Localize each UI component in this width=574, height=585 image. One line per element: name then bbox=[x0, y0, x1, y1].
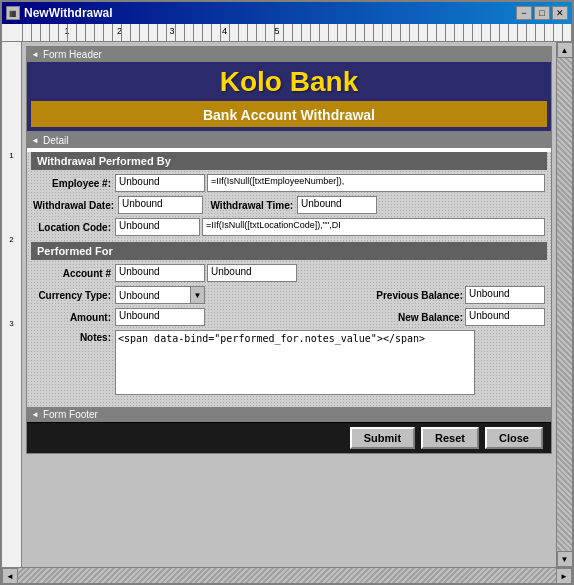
scrollbar-right[interactable]: ▲ ▼ bbox=[556, 42, 572, 567]
amount-input[interactable]: Unbound bbox=[115, 308, 205, 326]
maximize-button[interactable]: □ bbox=[534, 6, 550, 20]
form-header-label: Form Header bbox=[43, 49, 102, 60]
scroll-up-arrow[interactable]: ▲ bbox=[557, 42, 573, 58]
prev-balance-label: Previous Balance: bbox=[376, 290, 463, 301]
form-footer-label: Form Footer bbox=[43, 409, 98, 420]
minimize-button[interactable]: − bbox=[516, 6, 532, 20]
prev-balance-input[interactable]: Unbound bbox=[465, 286, 545, 304]
reset-button[interactable]: Reset bbox=[421, 427, 479, 449]
location-label: Location Code: bbox=[33, 222, 113, 233]
ruler: 1 2 3 4 5 bbox=[2, 24, 572, 42]
scroll-down-arrow[interactable]: ▼ bbox=[557, 551, 573, 567]
close-button[interactable]: ✕ bbox=[552, 6, 568, 20]
time-label: Withdrawal Time: bbox=[205, 200, 295, 211]
location-formula: =IIf(IsNull([txtLocationCode]),"",DI bbox=[202, 218, 545, 236]
scroll-left-arrow[interactable]: ◄ bbox=[2, 568, 18, 584]
form-header-icon: ◄ bbox=[31, 50, 39, 59]
left-ruler: 1 2 3 bbox=[2, 42, 22, 567]
currency-value: Unbound bbox=[116, 289, 190, 302]
form-area[interactable]: ◄ Form Header Kolo Bank Bank Account Wit… bbox=[22, 42, 556, 567]
amount-label: Amount: bbox=[33, 312, 113, 323]
employee-label: Employee #: bbox=[33, 178, 113, 189]
currency-label: Currency Type: bbox=[33, 290, 113, 301]
submit-button[interactable]: Submit bbox=[350, 427, 415, 449]
title-bar-buttons: − □ ✕ bbox=[516, 6, 568, 20]
account-input2[interactable]: Unbound bbox=[207, 264, 297, 282]
scroll-track-right[interactable] bbox=[557, 58, 572, 551]
account-row: Account # Unbound Unbound bbox=[27, 262, 551, 284]
time-input[interactable]: Unbound bbox=[297, 196, 377, 214]
detail-icon: ◄ bbox=[31, 136, 39, 145]
date-input[interactable]: Unbound bbox=[118, 196, 203, 214]
account-label: Account # bbox=[33, 268, 113, 279]
amount-row: Amount: Unbound New Balance: Unbound bbox=[27, 306, 551, 328]
form-inner: Withdrawal Performed By Employee #: Unbo… bbox=[27, 152, 551, 407]
withdrawal-group-header: Withdrawal Performed By bbox=[31, 152, 547, 170]
main-area: 1 2 3 ◄ Form Header Kolo Bank Bank Accou… bbox=[2, 42, 572, 567]
form-header-section-bar: ◄ Form Header bbox=[27, 47, 551, 62]
new-balance-input[interactable]: Unbound bbox=[465, 308, 545, 326]
location-input[interactable]: Unbound bbox=[115, 218, 200, 236]
form-footer-bar: Submit Reset Close bbox=[27, 422, 551, 453]
bank-name: Kolo Bank bbox=[31, 66, 547, 98]
currency-row: Currency Type: Unbound ▼ Previous Balanc… bbox=[27, 284, 551, 306]
employee-row: Employee #: Unbound =IIf(IsNull([txtEmpl… bbox=[27, 172, 551, 194]
bank-subtitle: Bank Account Withdrawal bbox=[195, 105, 383, 125]
window-icon[interactable]: ▦ bbox=[6, 6, 20, 20]
form-footer-section-bar: ◄ Form Footer bbox=[27, 407, 551, 422]
notes-row: Notes: <span data-bind="performed_for.no… bbox=[27, 328, 551, 397]
ruler-ticks bbox=[22, 24, 572, 41]
notes-input[interactable]: <span data-bind="performed_for.notes_val… bbox=[115, 330, 475, 395]
new-balance-label: New Balance: bbox=[398, 312, 463, 323]
form-header-content: Kolo Bank Bank Account Withdrawal bbox=[27, 62, 551, 133]
window: ▦ NewWithdrawal − □ ✕ 1 2 3 4 bbox=[0, 0, 574, 585]
employee-input[interactable]: Unbound bbox=[115, 174, 205, 192]
scroll-right-arrow[interactable]: ► bbox=[556, 568, 572, 584]
close-button-footer[interactable]: Close bbox=[485, 427, 543, 449]
detail-label: Detail bbox=[43, 135, 69, 146]
date-time-row: Withdrawal Date: Unbound Withdrawal Time… bbox=[27, 194, 551, 216]
date-label: Withdrawal Date: bbox=[33, 200, 116, 211]
notes-label: Notes: bbox=[33, 330, 113, 343]
scrollbar-bottom[interactable]: ◄ ► bbox=[2, 567, 572, 583]
detail-section-bar: ◄ Detail bbox=[27, 133, 551, 148]
title-bar: ▦ NewWithdrawal − □ ✕ bbox=[2, 2, 572, 24]
performed-for-header: Performed For bbox=[31, 242, 547, 260]
account-input[interactable]: Unbound bbox=[115, 264, 205, 282]
form-footer-icon: ◄ bbox=[31, 410, 39, 419]
employee-formula: =IIf(IsNull([txtEmployeeNumber]), bbox=[207, 174, 545, 192]
scroll-track-bottom[interactable] bbox=[18, 568, 556, 583]
currency-dropdown-btn[interactable]: ▼ bbox=[190, 287, 204, 303]
currency-input[interactable]: Unbound ▼ bbox=[115, 286, 205, 304]
form-canvas: ◄ Form Header Kolo Bank Bank Account Wit… bbox=[26, 46, 552, 454]
title-bar-left: ▦ NewWithdrawal bbox=[6, 6, 113, 20]
location-row: Location Code: Unbound =IIf(IsNull([txtL… bbox=[27, 216, 551, 238]
window-title: NewWithdrawal bbox=[24, 6, 113, 20]
